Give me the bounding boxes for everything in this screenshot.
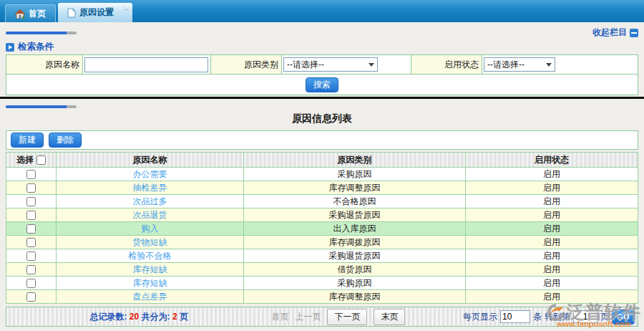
top-utility-row: 收起栏目 — [0, 22, 644, 41]
row-checkbox[interactable] — [26, 238, 36, 247]
reason-name-cell: 次品退货 — [57, 208, 244, 222]
pages-unit-label: 页 — [180, 312, 188, 322]
reason-name-cell: 库存短缺 — [57, 263, 244, 277]
search-panel: 原因名称 原因类别 --请选择-- 启用状态 --请选择-- 搜索 — [6, 54, 638, 95]
total-records-value: 20 — [130, 312, 139, 322]
total-pages-label: 共分为: — [142, 312, 170, 322]
select-header-label: 选择 — [16, 155, 34, 165]
reason-name-link[interactable]: 次品退货 — [133, 210, 167, 220]
reason-name-cell: 货物短缺 — [57, 236, 244, 249]
collapse-columns-label: 收起栏目 — [592, 27, 627, 39]
enable-status-select-value: --请选择-- — [487, 59, 525, 71]
row-checkbox[interactable] — [26, 183, 36, 193]
table-row: 办公需要采购原因启用 — [6, 168, 638, 181]
home-icon — [15, 9, 25, 19]
table-row: 购入出入库原因启用 — [6, 222, 638, 236]
progress-bar-fill — [6, 32, 67, 34]
reason-category-select[interactable]: --请选择-- — [283, 57, 378, 72]
row-select-cell — [6, 208, 57, 222]
reason-name-link[interactable]: 库存短缺 — [133, 264, 167, 274]
row-checkbox[interactable] — [26, 224, 36, 234]
goto-page-input[interactable] — [573, 310, 597, 323]
tab-home[interactable]: 首页 — [5, 4, 56, 22]
reason-name-cell: 购入 — [57, 222, 244, 236]
reason-category-cell: 采购原因 — [244, 168, 466, 181]
row-checkbox[interactable] — [26, 211, 36, 220]
chevron-down-icon — [546, 63, 552, 67]
reason-name-link[interactable]: 盘点差异 — [133, 292, 167, 302]
reason-table-body: 办公需要采购原因启用抽检差异库存调整原因启用次品过多不合格原因启用次品退货采购退… — [6, 168, 638, 304]
app-window: 首页 原因设置 × 收起栏目 检索条件 原因名称 原因类别 — [0, 0, 644, 331]
record-summary: 总记录数: 20 共分为: 2 页 — [6, 311, 271, 323]
reason-name-link[interactable]: 货物短缺 — [133, 237, 167, 247]
row-checkbox[interactable] — [26, 279, 36, 288]
page-size-controls: 每页显示 条 转到第 页 GO — [463, 310, 638, 325]
reason-category-cell: 采购原因 — [244, 277, 466, 290]
row-select-cell — [6, 236, 57, 249]
chevron-down-icon — [369, 63, 374, 67]
collapse-columns-link[interactable]: 收起栏目 — [592, 27, 638, 39]
per-page-label: 每页显示 — [463, 311, 497, 323]
reason-name-cell: 库存短缺 — [57, 277, 244, 290]
prev-page-button[interactable]: 上一页 — [295, 311, 321, 323]
next-page-button[interactable]: 下一页 — [327, 309, 367, 325]
row-checkbox[interactable] — [26, 265, 36, 274]
pagination-footer: 总记录数: 20 共分为: 2 页 首页 上一页 下一页 末页 每页显示 条 转… — [6, 307, 638, 327]
reason-name-label: 原因名称 — [6, 55, 83, 74]
reason-name-link[interactable]: 次品过多 — [133, 196, 167, 206]
row-select-cell — [6, 181, 57, 195]
enable-status-cell: 启用 — [466, 249, 638, 263]
per-page-unit: 条 — [533, 311, 542, 323]
tab-reason-settings-label: 原因设置 — [79, 6, 114, 19]
search-criteria-header: 检索条件 — [6, 42, 644, 52]
search-criteria-title: 检索条件 — [18, 41, 54, 53]
go-button[interactable]: GO — [612, 310, 635, 325]
enable-status-select[interactable]: --请选择-- — [484, 57, 555, 72]
enable-status-cell: 启用 — [466, 168, 638, 181]
progress-bar-fill — [6, 105, 67, 108]
delete-button[interactable]: 删除 — [49, 133, 82, 148]
reason-name-link[interactable]: 抽检差异 — [133, 183, 167, 193]
reason-category-label: 原因类别 — [211, 55, 282, 74]
tab-close-icon[interactable]: × — [125, 3, 129, 12]
row-select-cell — [6, 277, 57, 290]
select-all-checkbox[interactable] — [36, 155, 46, 165]
reason-name-cell: 办公需要 — [57, 168, 244, 181]
reason-category-column-header: 原因类别 — [244, 153, 466, 168]
table-row: 盘点差异库存调整原因启用 — [6, 290, 638, 304]
row-checkbox[interactable] — [26, 251, 36, 261]
first-page-button[interactable]: 首页 — [271, 311, 288, 323]
table-row: 检验不合格采购退货原因启用 — [6, 249, 638, 263]
table-row: 次品过多不合格原因启用 — [6, 195, 638, 208]
row-select-cell — [6, 168, 57, 181]
per-page-input[interactable] — [500, 310, 530, 323]
reason-category-cell: 库存调整原因 — [244, 181, 466, 195]
reason-name-link[interactable]: 购入 — [142, 224, 159, 234]
total-pages-value: 2 — [172, 312, 177, 322]
table-header-row: 选择 原因名称 原因类别 启用状态 — [6, 153, 638, 168]
reason-name-cell: 盘点差异 — [57, 290, 244, 304]
reason-category-cell: 借货原因 — [244, 263, 466, 277]
reason-name-link[interactable]: 检验不合格 — [129, 251, 172, 261]
new-button[interactable]: 新建 — [11, 133, 44, 148]
reason-name-cell: 抽检差异 — [57, 181, 244, 195]
tab-reason-settings[interactable]: 原因设置 × — [58, 3, 132, 22]
list-toolbar: 新建 删除 — [6, 130, 638, 150]
reason-name-link[interactable]: 办公需要 — [133, 169, 167, 179]
last-page-button[interactable]: 末页 — [374, 309, 405, 325]
row-checkbox[interactable] — [26, 170, 36, 179]
row-checkbox[interactable] — [26, 292, 36, 302]
reason-name-input[interactable] — [84, 57, 208, 72]
progress-bar — [6, 32, 77, 34]
search-button[interactable]: 搜索 — [306, 77, 338, 92]
row-checkbox[interactable] — [26, 197, 36, 206]
reason-name-link[interactable]: 库存短缺 — [133, 278, 167, 288]
enable-status-cell: 启用 — [466, 263, 638, 277]
reason-category-cell: 库存调整原因 — [244, 290, 466, 304]
enable-status-label: 启用状态 — [411, 55, 482, 74]
reason-category-cell: 不合格原因 — [244, 195, 466, 208]
row-select-cell — [6, 290, 57, 304]
reason-category-select-value: --请选择-- — [287, 59, 324, 71]
reason-category-cell: 库存调拨原因 — [244, 236, 466, 249]
table-row: 货物短缺库存调拨原因启用 — [6, 236, 638, 249]
